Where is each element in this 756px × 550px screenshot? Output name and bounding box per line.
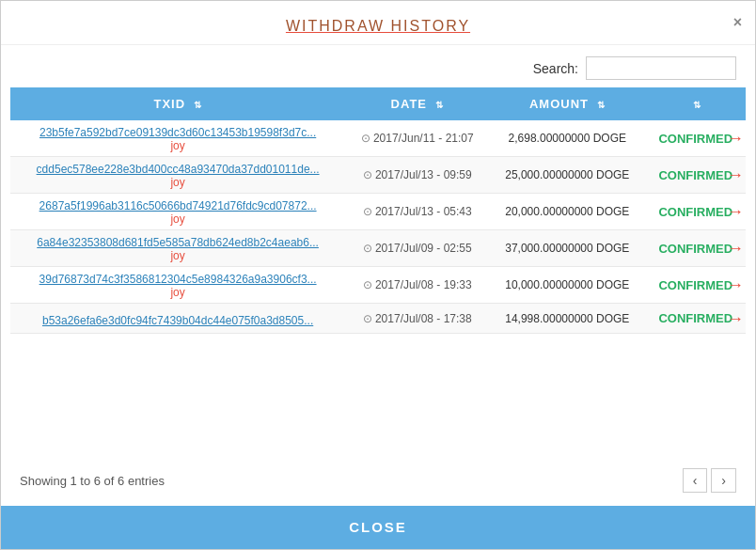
table-row: b53a26efa6e3d0fc94fc7439b04dc44e075f0a3d… bbox=[10, 304, 746, 334]
clock-icon: ⊙ bbox=[363, 205, 372, 218]
status-cell: CONFIRMED→ bbox=[646, 304, 746, 334]
status-badge: CONFIRMED bbox=[658, 278, 732, 292]
arrow-right-icon: → bbox=[727, 202, 744, 222]
arrow-right-icon: → bbox=[727, 165, 744, 185]
close-x-button[interactable]: × bbox=[733, 14, 742, 31]
status-cell: CONFIRMED→ bbox=[646, 157, 746, 194]
modal: WITHDRAW HISTORY × Search: TXID ⇅ DATE ⇅ bbox=[0, 0, 756, 550]
status-badge: CONFIRMED bbox=[658, 205, 732, 219]
search-label: Search: bbox=[533, 61, 578, 76]
table-row: 39d76873d74c3f3586812304c5e8984326a9a390… bbox=[10, 267, 746, 304]
arrow-right-icon: → bbox=[727, 129, 744, 149]
user-name: joy bbox=[18, 249, 338, 264]
txid-link[interactable]: 23b5fe7a592bd7ce09139dc3d60c13453b19598f… bbox=[18, 126, 338, 139]
date-cell: ⊙ 2017/Jul/13 - 09:59 bbox=[345, 157, 489, 194]
table-header-row: TXID ⇅ DATE ⇅ AMOUNT ⇅ ⇅ bbox=[10, 87, 746, 120]
arrow-right-icon: → bbox=[727, 239, 744, 259]
clock-icon: ⊙ bbox=[363, 242, 372, 255]
txid-cell: 23b5fe7a592bd7ce09139dc3d60c13453b19598f… bbox=[10, 120, 345, 157]
clock-icon: ⊙ bbox=[363, 168, 372, 181]
withdraw-history-table: TXID ⇅ DATE ⇅ AMOUNT ⇅ ⇅ bbox=[10, 87, 746, 334]
status-badge: CONFIRMED bbox=[658, 168, 732, 182]
status-badge: CONFIRMED bbox=[658, 242, 732, 256]
status-badge: CONFIRMED bbox=[658, 132, 732, 146]
user-name: joy bbox=[18, 176, 338, 191]
txid-cell: 2687a5f1996ab3116c50666bd74921d76fdc9cd0… bbox=[10, 194, 345, 230]
clock-icon: ⊙ bbox=[361, 132, 370, 145]
col-status[interactable]: ⇅ bbox=[646, 87, 746, 120]
table-wrap: TXID ⇅ DATE ⇅ AMOUNT ⇅ ⇅ bbox=[1, 87, 755, 459]
amount-cell: 14,998.00000000 DOGE bbox=[489, 304, 645, 334]
date-cell: ⊙ 2017/Jul/13 - 05:43 bbox=[345, 194, 489, 230]
status-cell: CONFIRMED→ bbox=[646, 267, 746, 304]
clock-icon: ⊙ bbox=[363, 312, 372, 325]
status-cell: CONFIRMED→ bbox=[646, 194, 746, 230]
showing-entries: Showing 1 to 6 of 6 entries bbox=[20, 474, 165, 488]
modal-title: WITHDRAW HISTORY bbox=[286, 18, 470, 34]
date-cell: ⊙ 2017/Jun/11 - 21:07 bbox=[345, 120, 489, 157]
sort-icon-status: ⇅ bbox=[693, 100, 701, 110]
modal-header: WITHDRAW HISTORY × bbox=[1, 1, 755, 45]
txid-cell: 6a84e32353808d681fd5e585a78db624ed8b2c4a… bbox=[10, 230, 345, 267]
status-cell: CONFIRMED→ bbox=[646, 230, 746, 267]
txid-cell: cdd5ec578ee228e3bd400cc48a93470da37dd010… bbox=[10, 157, 345, 194]
col-date[interactable]: DATE ⇅ bbox=[345, 87, 489, 120]
txid-link[interactable]: 6a84e32353808d681fd5e585a78db624ed8b2c4a… bbox=[18, 236, 338, 249]
txid-link[interactable]: b53a26efa6e3d0fc94fc7439b04dc44e075f0a3d… bbox=[18, 314, 338, 327]
sort-icon-amount: ⇅ bbox=[597, 100, 606, 110]
txid-link[interactable]: 2687a5f1996ab3116c50666bd74921d76fdc9cd0… bbox=[18, 199, 338, 212]
col-txid[interactable]: TXID ⇅ bbox=[10, 87, 345, 120]
table-row: 6a84e32353808d681fd5e585a78db624ed8b2c4a… bbox=[10, 230, 746, 267]
status-cell: CONFIRMED→ bbox=[646, 120, 746, 157]
date-cell: ⊙ 2017/Jul/08 - 17:38 bbox=[345, 304, 489, 334]
pagination: ‹ › bbox=[683, 468, 736, 493]
amount-cell: 10,000.00000000 DOGE bbox=[489, 267, 645, 304]
next-page-button[interactable]: › bbox=[711, 468, 736, 493]
table-row: cdd5ec578ee228e3bd400cc48a93470da37dd010… bbox=[10, 157, 746, 194]
col-amount[interactable]: AMOUNT ⇅ bbox=[489, 87, 645, 120]
user-name: joy bbox=[18, 286, 338, 301]
user-name: joy bbox=[18, 139, 338, 154]
search-bar: Search: bbox=[1, 45, 755, 87]
prev-page-button[interactable]: ‹ bbox=[683, 468, 708, 493]
clock-icon: ⊙ bbox=[363, 278, 372, 291]
amount-cell: 2,698.00000000 DOGE bbox=[489, 120, 645, 157]
amount-cell: 37,000.00000000 DOGE bbox=[489, 230, 645, 267]
arrow-right-icon: → bbox=[727, 308, 744, 328]
user-name: joy bbox=[18, 212, 338, 228]
txid-link[interactable]: 39d76873d74c3f3586812304c5e8984326a9a390… bbox=[18, 273, 338, 286]
close-button[interactable]: CLOSE bbox=[349, 519, 407, 535]
amount-cell: 25,000.00000000 DOGE bbox=[489, 157, 645, 194]
txid-cell: b53a26efa6e3d0fc94fc7439b04dc44e075f0a3d… bbox=[10, 304, 345, 334]
status-badge: CONFIRMED bbox=[658, 311, 732, 325]
txid-cell: 39d76873d74c3f3586812304c5e8984326a9a390… bbox=[10, 267, 345, 304]
sort-icon-txid: ⇅ bbox=[194, 100, 202, 110]
sort-icon-date: ⇅ bbox=[435, 100, 444, 110]
search-input[interactable] bbox=[586, 56, 736, 80]
modal-footer[interactable]: CLOSE bbox=[1, 506, 755, 549]
table-row: 23b5fe7a592bd7ce09139dc3d60c13453b19598f… bbox=[10, 120, 746, 157]
table-row: 2687a5f1996ab3116c50666bd74921d76fdc9cd0… bbox=[10, 194, 746, 230]
date-cell: ⊙ 2017/Jul/08 - 19:33 bbox=[345, 267, 489, 304]
txid-link[interactable]: cdd5ec578ee228e3bd400cc48a93470da37dd010… bbox=[18, 163, 338, 176]
amount-cell: 20,000.00000000 DOGE bbox=[489, 194, 645, 230]
date-cell: ⊙ 2017/Jul/09 - 02:55 bbox=[345, 230, 489, 267]
arrow-right-icon: → bbox=[727, 275, 744, 295]
footer-info: Showing 1 to 6 of 6 entries ‹ › bbox=[1, 459, 755, 502]
